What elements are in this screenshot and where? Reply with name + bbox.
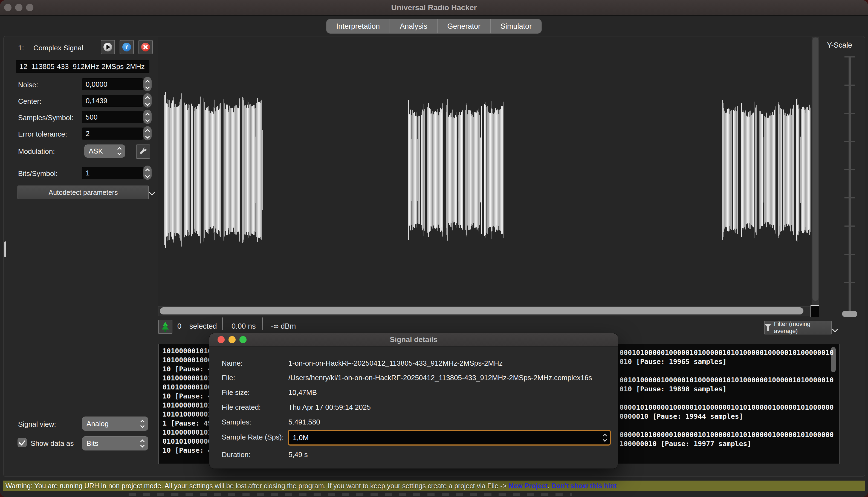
close-signal-button[interactable] [139,40,153,54]
updown-chevrons-icon [141,421,144,427]
goto-selection-button[interactable] [158,320,172,334]
dialog-row-label: File: [222,373,235,382]
signal-type-label: Complex Signal [33,44,83,52]
signal-info-button[interactable]: i [119,40,134,54]
scrollbar-thumb[interactable] [812,38,819,301]
y-scale-tick [844,226,855,227]
bits-pause-line: 010 [Pause: 19898 samples] [620,384,726,394]
param-spinner[interactable] [143,166,151,180]
param-spinner[interactable] [143,110,151,124]
bits-line: 1010000001011 [162,401,216,410]
zoom-window-button[interactable] [26,4,33,11]
scrollbar-thumb[interactable] [160,307,804,314]
show-data-as-checkbox[interactable] [17,438,27,447]
modulation-dropdown[interactable]: ASK [84,144,125,158]
dialog-row-label: File size: [222,388,250,397]
y-scale-tick [844,113,855,114]
bits-line: 1010000010000 [162,355,216,365]
sample-rate-label: Sample Rate (Sps): [222,433,284,441]
param-label: Samples/Symbol: [18,114,73,122]
tab-interpretation[interactable]: Interpretation [327,19,390,33]
bits-line: 0010100000100000101000000101010000001000… [620,375,834,384]
y-scale-slider-handle[interactable] [842,311,857,317]
non-project-warning-bar: Warning: You are running URH in non proj… [3,481,865,491]
bits-line: 1010000001011 [162,428,216,437]
param-label: Noise: [18,81,38,89]
param-spinner[interactable] [143,77,151,91]
dialog-row-label: Name: [222,359,243,367]
bits-pause-line: 100000010 [Pause: 19977 samples] [620,439,751,448]
selected-count: 0 [177,320,182,333]
bits-line: 0101010000000 [162,437,216,446]
y-scale-tick [844,282,855,283]
dialog-zoom-button[interactable] [240,336,247,343]
bits-line: 1010000010100 [162,346,216,355]
param-label: Center: [18,97,41,105]
selection-power: -∞ dBm [271,320,296,333]
param-input[interactable]: 0,0000 [82,78,143,90]
param-spinner[interactable] [143,126,151,140]
titlebar: Universal Radio Hacker [0,0,868,16]
app-window: Universal Radio Hacker InterpretationAna… [0,0,868,497]
waveform-vertical-scrollbar[interactable] [812,37,819,315]
param-input[interactable]: 0,1439 [82,95,143,107]
tab-simulator[interactable]: Simulator [490,19,541,33]
param-input[interactable]: 500 [82,111,143,123]
selected-label: selected [189,320,217,333]
autodetect-parameters-button[interactable]: Autodetect parameters [17,186,149,199]
duration-label: Duration: [222,451,251,459]
y-scale-tick [844,56,855,57]
bottom-dashed-line [129,493,572,496]
new-project-link[interactable]: New Project [508,482,548,489]
dialog-row-value: Thu Apr 17 00:59:14 2025 [288,403,371,411]
filter-button[interactable]: Filter (moving average) [764,321,832,335]
dont-show-hint-link[interactable]: Don't show this hint [551,482,617,489]
close-icon [141,43,150,52]
splitter-handle[interactable] [4,241,6,257]
bits-line: 0101000001000 [162,383,216,392]
dialog-row-label: File created: [222,403,261,411]
close-window-button[interactable] [4,4,12,11]
wrench-icon [139,147,147,156]
bits-line: 0000010100000100000101000001010100000100… [620,430,834,439]
play-signal-button[interactable] [101,40,115,54]
configure-modulation-button[interactable] [136,144,150,159]
bits-line: 1010100000011 [162,410,216,419]
dialog-minimize-button[interactable] [229,336,236,343]
param-input[interactable]: 1 [82,167,143,179]
bits-line: 0001010000010000010100000101010000010000… [620,348,834,357]
dialog-title: Signal details [209,333,618,346]
waveform-horizontal-scrollbar[interactable] [158,306,810,316]
sample-rate-input[interactable]: 1,0M [288,430,611,445]
window-title: Universal Radio Hacker [0,0,868,15]
status-separator [262,317,263,330]
bits-line: 1 [Pause: 49 [162,419,212,428]
bits-line: 10 [Pause: 4 [162,365,212,373]
info-icon: i [122,43,131,52]
y-scale-slider[interactable] [849,56,851,316]
signal-view-label: Signal view: [18,420,56,429]
tab-bar: InterpretationAnalysisGeneratorSimulator [327,19,541,33]
signal-index-label: 1: [18,44,24,52]
bits-line: 0000101000001000001010000001010100000100… [620,403,834,412]
param-spinner[interactable] [143,93,151,108]
status-separator [222,317,223,330]
tab-generator[interactable]: Generator [437,19,491,33]
minimize-window-button[interactable] [15,4,23,11]
signal-name-input[interactable]: 12_113805-433_912MHz-2MSps-2MHz [16,60,149,73]
fir-tree-icon [161,322,169,332]
sample-rate-spinner[interactable] [603,434,607,441]
signal-waveform-canvas[interactable] [158,37,811,306]
dialog-row-value: 5.491.580 [288,418,320,426]
y-scale-label: Y-Scale [827,41,852,49]
param-input[interactable]: 2 [82,128,143,140]
warning-separator: . [548,482,551,489]
dialog-close-button[interactable] [218,336,225,343]
signal-view-dropdown[interactable]: Analog [82,416,148,431]
tab-analysis[interactable]: Analysis [390,19,437,33]
show-data-as-dropdown[interactable]: Bits [82,436,148,451]
bits-line: 1010000001011 [162,373,216,383]
warning-text: Warning: You are running URH in non proj… [5,482,508,489]
show-data-as-label: Show data as [31,439,74,448]
signal-details-dialog: Signal details Name:1-on-on-on-HackRF-20… [209,333,618,469]
